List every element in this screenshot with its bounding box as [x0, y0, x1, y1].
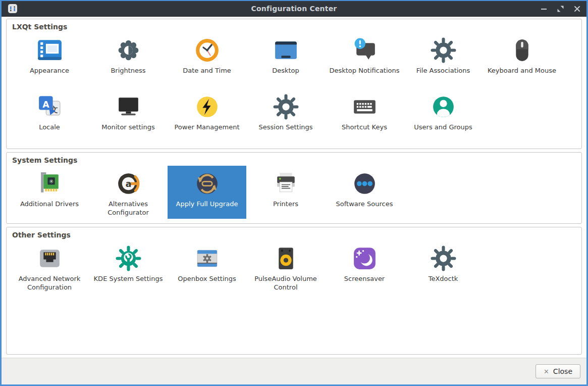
svg-text:A: A: [42, 99, 49, 109]
close-icon: ✕: [544, 368, 549, 375]
close-window-button[interactable]: [574, 6, 580, 12]
config-item-label: Power Management: [174, 123, 239, 132]
session-settings-icon: [272, 92, 300, 121]
close-button[interactable]: ✕ Close: [536, 364, 580, 378]
config-item-label: Users and Groups: [414, 123, 472, 132]
config-item-openbox-settings[interactable]: Openbox Settings: [168, 240, 246, 294]
config-item-texdoctk[interactable]: TeXdoctk: [404, 240, 483, 294]
config-item-users-and-groups[interactable]: Users and Groups: [404, 89, 483, 133]
section-lxqt-settings: LXQt Settings Appearance Brightness Date…: [6, 19, 582, 149]
config-item-label: Screensaver: [344, 275, 385, 283]
config-item-desktop-notifications[interactable]: Desktop Notifications: [325, 32, 404, 77]
config-item-brightness[interactable]: Brightness: [89, 32, 168, 77]
apply-full-upgrade-icon: [193, 169, 222, 198]
config-item-alternatives-configurator[interactable]: a Alternatives Configurator: [89, 166, 168, 219]
config-item-label: Additional Drivers: [20, 200, 79, 209]
config-item-label: Locale: [39, 123, 60, 132]
config-item-pulseaudio-volume-control[interactable]: PulseAudio Volume Control: [246, 240, 325, 294]
config-item-file-associations[interactable]: File Associations: [404, 32, 483, 77]
config-item-shortcut-keys[interactable]: Shortcut Keys: [325, 89, 404, 133]
config-item-label: Openbox Settings: [178, 275, 236, 283]
config-item-label: Alternatives Configurator: [91, 200, 166, 217]
config-item-desktop[interactable]: Desktop: [246, 32, 325, 77]
config-item-label: Keyboard and Mouse: [488, 67, 556, 75]
config-item-label: Desktop: [272, 67, 299, 75]
config-item-label: KDE System Settings: [94, 275, 163, 283]
config-item-apply-full-upgrade[interactable]: Apply Full Upgrade: [168, 166, 246, 219]
section-system-settings: System Settings ✳ Additional Drivers a A…: [6, 152, 582, 224]
desktop-icon: [272, 36, 300, 65]
config-item-advanced-network-configuration[interactable]: Advanced Network Configuration: [10, 240, 89, 294]
date-time-icon: [193, 36, 222, 65]
config-item-locale[interactable]: 文 A Locale: [10, 89, 89, 133]
close-button-label: Close: [553, 367, 572, 375]
config-item-label: Apply Full Upgrade: [176, 200, 238, 209]
configuration-center-window: Configuration Center LXQt Settings: [0, 0, 588, 386]
svg-text:✳: ✳: [48, 178, 53, 185]
config-item-printers[interactable]: Printers: [246, 166, 325, 219]
advanced-network-icon: [35, 244, 64, 273]
maximize-button[interactable]: [557, 6, 564, 12]
config-item-label: Brightness: [111, 67, 145, 75]
texdoctk-icon: [429, 244, 458, 273]
pulseaudio-volume-icon: [272, 244, 300, 273]
screensaver-icon: [350, 244, 379, 273]
desktop-notifications-icon: [350, 36, 379, 65]
minimize-button[interactable]: [541, 6, 547, 12]
config-item-label: TeXdoctk: [429, 275, 458, 283]
additional-drivers-icon: ✳: [35, 169, 64, 198]
locale-icon: 文 A: [35, 92, 64, 121]
monitor-settings-icon: [114, 92, 143, 121]
content-area: LXQt Settings Appearance Brightness Date…: [2, 17, 586, 358]
config-item-label: PulseAudio Volume Control: [248, 275, 323, 292]
window-controls: [541, 6, 580, 12]
section-items: Advanced Network Configuration KDE Syste…: [10, 240, 578, 294]
appearance-icon: [35, 36, 64, 65]
titlebar: Configuration Center: [2, 1, 586, 17]
section-items: ✳ Additional Drivers a Alternatives Conf…: [10, 166, 578, 219]
config-item-screensaver[interactable]: Screensaver: [325, 240, 404, 294]
section-label: Other Settings: [10, 229, 578, 240]
config-item-label: Desktop Notifications: [329, 67, 399, 75]
config-item-label: Session Settings: [258, 123, 312, 132]
config-item-label: Software Sources: [336, 200, 393, 209]
alternatives-configurator-icon: a: [114, 169, 143, 198]
users-groups-icon: [429, 92, 458, 121]
config-item-additional-drivers[interactable]: ✳ Additional Drivers: [10, 166, 89, 219]
shortcut-keys-icon: [350, 92, 379, 121]
config-item-label: Advanced Network Configuration: [12, 275, 87, 292]
config-item-appearance[interactable]: Appearance: [10, 32, 89, 77]
app-icon: [8, 4, 18, 14]
section-label: System Settings: [10, 154, 578, 166]
kde-system-settings-icon: [114, 244, 143, 273]
config-item-label: Printers: [273, 200, 298, 209]
config-item-keyboard-and-mouse[interactable]: Keyboard and Mouse: [483, 32, 561, 77]
config-item-label: File Associations: [416, 67, 470, 75]
openbox-settings-icon: [193, 244, 222, 273]
config-item-label: Shortcut Keys: [342, 123, 387, 132]
config-item-monitor-settings[interactable]: Monitor settings: [89, 89, 168, 133]
section-other-settings: Other Settings Advanced Network Configur…: [6, 227, 582, 355]
config-item-date-and-time[interactable]: Date and Time: [168, 32, 246, 77]
keyboard-mouse-icon: [508, 36, 537, 65]
window-title: Configuration Center: [2, 5, 586, 13]
config-item-session-settings[interactable]: Session Settings: [246, 89, 325, 133]
svg-text:a: a: [125, 179, 131, 189]
section-label: LXQt Settings: [10, 21, 578, 32]
section-items: Appearance Brightness Date and Time Desk…: [10, 32, 578, 146]
config-item-label: Monitor settings: [101, 123, 154, 132]
printers-icon: [272, 169, 300, 198]
config-item-power-management[interactable]: Power Management: [168, 89, 246, 133]
brightness-icon: [114, 36, 143, 65]
config-item-kde-system-settings[interactable]: KDE System Settings: [89, 240, 168, 294]
file-associations-icon: [429, 36, 458, 65]
config-item-software-sources[interactable]: Software Sources: [325, 166, 404, 219]
power-management-icon: [193, 92, 222, 121]
footer-bar: ✕ Close: [2, 358, 586, 384]
config-item-label: Appearance: [30, 67, 69, 75]
config-item-label: Date and Time: [183, 67, 231, 75]
software-sources-icon: [350, 169, 379, 198]
